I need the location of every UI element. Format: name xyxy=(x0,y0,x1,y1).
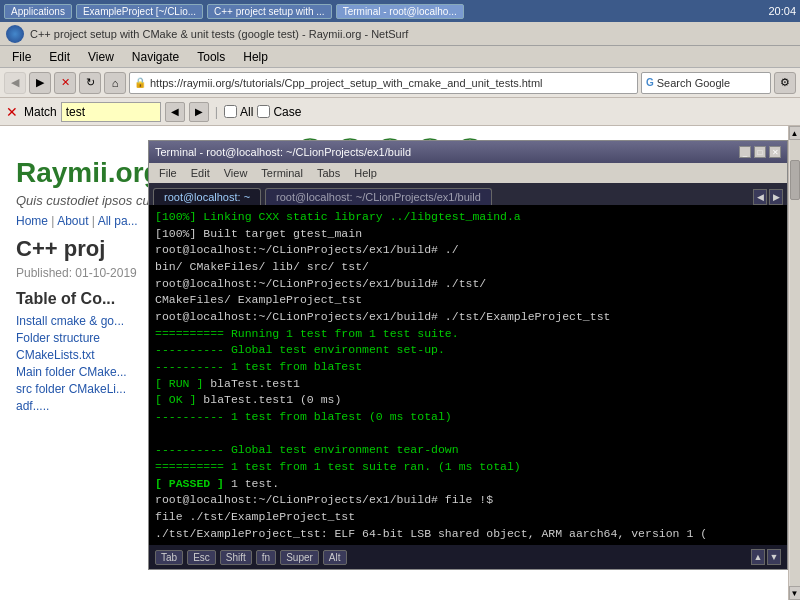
taskbar-tab-apps[interactable]: Applications xyxy=(4,4,72,19)
terminal-window-buttons: _ □ ✕ xyxy=(739,146,781,158)
browser-settings-button[interactable]: ⚙ xyxy=(774,72,796,94)
scroll-track[interactable] xyxy=(790,140,800,586)
find-case-option[interactable]: Case xyxy=(257,105,301,119)
terminal-line-0: [100%] Linking CXX static library ../lib… xyxy=(155,209,781,226)
find-case-label: Case xyxy=(273,105,301,119)
terminal-line-11: [ OK ] blaTest.test1 (0 ms) xyxy=(155,392,781,409)
terminal-line-16: [ PASSED ] 1 test. xyxy=(155,476,781,493)
taskbar-tab-terminal[interactable]: Terminal - root@localho... xyxy=(336,4,464,19)
terminal-line-1: [100%] Built target gtest_main xyxy=(155,226,781,243)
taskbar-tab-clion[interactable]: ExampleProject [~/CLio... xyxy=(76,4,203,19)
find-bar: ✕ Match ◀ ▶ | All Case xyxy=(0,98,800,126)
menu-tools[interactable]: Tools xyxy=(189,48,233,66)
search-box[interactable]: G Search Google xyxy=(641,72,771,94)
terminal-tab-1[interactable]: root@localhost: ~/CLionProjects/ex1/buil… xyxy=(265,188,492,205)
find-input[interactable] xyxy=(61,102,161,122)
home-button[interactable]: ⌂ xyxy=(104,72,126,94)
browser-title: C++ project setup with CMake & unit test… xyxy=(30,28,408,40)
terminal-tabs: root@localhost: ~ root@localhost: ~/CLio… xyxy=(149,183,787,205)
kbd-shift: Shift xyxy=(220,550,252,565)
terminal-menu-view[interactable]: View xyxy=(218,166,254,180)
scroll-thumb[interactable] xyxy=(790,160,800,200)
site-link-home[interactable]: Home xyxy=(16,214,48,228)
terminal-menu-help[interactable]: Help xyxy=(348,166,383,180)
terminal-title: Terminal - root@localhost: ~/CLionProjec… xyxy=(155,146,411,158)
url-text: https://raymii.org/s/tutorials/Cpp_proje… xyxy=(150,77,633,89)
google-icon: G xyxy=(646,77,654,88)
terminal-line-4: root@localhost:~/CLionProjects/ex1/build… xyxy=(155,276,781,293)
terminal-body[interactable]: [100%] Linking CXX static library ../lib… xyxy=(149,205,787,545)
terminal-line-9: ---------- 1 test from blaTest xyxy=(155,359,781,376)
browser-titlebar: C++ project setup with CMake & unit test… xyxy=(0,22,800,46)
kbd-fn: fn xyxy=(256,550,276,565)
menu-file[interactable]: File xyxy=(4,48,39,66)
stop-button[interactable]: ✕ xyxy=(54,72,76,94)
kbd-esc: Esc xyxy=(187,550,216,565)
terminal-line-10: [ RUN ] blaTest.test1 xyxy=(155,376,781,393)
taskbar: Applications ExampleProject [~/CLio... C… xyxy=(0,0,800,22)
menu-edit[interactable]: Edit xyxy=(41,48,78,66)
terminal-line-7: ========== Running 1 test from 1 test su… xyxy=(155,326,781,343)
find-all-option[interactable]: All xyxy=(224,105,253,119)
terminal-menubar: File Edit View Terminal Tabs Help xyxy=(149,163,787,183)
url-bar[interactable]: 🔒 https://raymii.org/s/tutorials/Cpp_pro… xyxy=(129,72,638,94)
terminal-menu-tabs[interactable]: Tabs xyxy=(311,166,346,180)
terminal-line-19: ./tst/ExampleProject_tst: ELF 64-bit LSB… xyxy=(155,526,781,543)
tab-scroll-left-button[interactable]: ◀ xyxy=(753,189,767,205)
terminal-line-6: root@localhost:~/CLionProjects/ex1/build… xyxy=(155,309,781,326)
kbd-alt: Alt xyxy=(323,550,347,565)
terminal-bottom-bar: Tab Esc Shift fn Super Alt ▲ ▼ xyxy=(149,545,787,569)
kbd-super: Super xyxy=(280,550,319,565)
terminal-minimize-button[interactable]: _ xyxy=(739,146,751,158)
terminal-titlebar: Terminal - root@localhost: ~/CLionProjec… xyxy=(149,141,787,163)
find-all-checkbox[interactable] xyxy=(224,105,237,118)
browser-menubar: File Edit View Navigate Tools Help xyxy=(0,46,800,68)
taskbar-clock: 20:04 xyxy=(768,5,796,17)
terminal-line-14: ---------- Global test environment tear-… xyxy=(155,442,781,459)
terminal-line-3: bin/ CMakeFiles/ lib/ src/ tst/ xyxy=(155,259,781,276)
find-divider: | xyxy=(215,104,218,119)
terminal-menu-edit[interactable]: Edit xyxy=(185,166,216,180)
tab-scroll-right-button[interactable]: ▶ xyxy=(769,189,783,205)
menu-help[interactable]: Help xyxy=(235,48,276,66)
nav-bar: ◀ ▶ ✕ ↻ ⌂ 🔒 https://raymii.org/s/tutoria… xyxy=(0,68,800,98)
terminal-scroll-up-button[interactable]: ▲ xyxy=(751,549,765,565)
scroll-down-button[interactable]: ▼ xyxy=(789,586,801,600)
terminal-line-8: ---------- Global test environment set-u… xyxy=(155,342,781,359)
reload-button[interactable]: ↻ xyxy=(79,72,101,94)
find-next-button[interactable]: ▶ xyxy=(189,102,209,122)
taskbar-tab-browser[interactable]: C++ project setup with ... xyxy=(207,4,332,19)
search-input[interactable]: Search Google xyxy=(657,77,730,89)
site-link-all[interactable]: All pa... xyxy=(98,214,138,228)
terminal-line-15: ========== 1 test from 1 test suite ran.… xyxy=(155,459,781,476)
find-case-checkbox[interactable] xyxy=(257,105,270,118)
find-prev-button[interactable]: ◀ xyxy=(165,102,185,122)
terminal-scroll-down-button[interactable]: ▼ xyxy=(767,549,781,565)
terminal-line-2: root@localhost:~/CLionProjects/ex1/build… xyxy=(155,242,781,259)
terminal-window: Terminal - root@localhost: ~/CLionProjec… xyxy=(148,140,788,570)
terminal-menu-file[interactable]: File xyxy=(153,166,183,180)
terminal-line-17: root@localhost:~/CLionProjects/ex1/build… xyxy=(155,492,781,509)
forward-button[interactable]: ▶ xyxy=(29,72,51,94)
browser-logo-icon xyxy=(6,25,24,43)
back-button[interactable]: ◀ xyxy=(4,72,26,94)
find-close-button[interactable]: ✕ xyxy=(6,104,18,120)
scroll-up-button[interactable]: ▲ xyxy=(789,126,801,140)
terminal-line-12: ---------- 1 test from blaTest (0 ms tot… xyxy=(155,409,781,426)
terminal-scroll-arrows: ▲ ▼ xyxy=(751,549,781,565)
terminal-close-button[interactable]: ✕ xyxy=(769,146,781,158)
terminal-maximize-button[interactable]: □ xyxy=(754,146,766,158)
find-label: Match xyxy=(24,105,57,119)
page-scrollbar[interactable]: ▲ ▼ xyxy=(788,126,800,600)
url-lock-icon: 🔒 xyxy=(134,77,146,88)
find-all-label: All xyxy=(240,105,253,119)
tab-scroll-buttons: ◀ ▶ xyxy=(753,189,783,205)
site-link-about[interactable]: About xyxy=(57,214,88,228)
terminal-line-13 xyxy=(155,426,781,443)
menu-navigate[interactable]: Navigate xyxy=(124,48,187,66)
kbd-tab: Tab xyxy=(155,550,183,565)
terminal-tab-0[interactable]: root@localhost: ~ xyxy=(153,188,261,205)
terminal-menu-terminal[interactable]: Terminal xyxy=(255,166,309,180)
menu-view[interactable]: View xyxy=(80,48,122,66)
terminal-line-18: file ./tst/ExampleProject_tst xyxy=(155,509,781,526)
